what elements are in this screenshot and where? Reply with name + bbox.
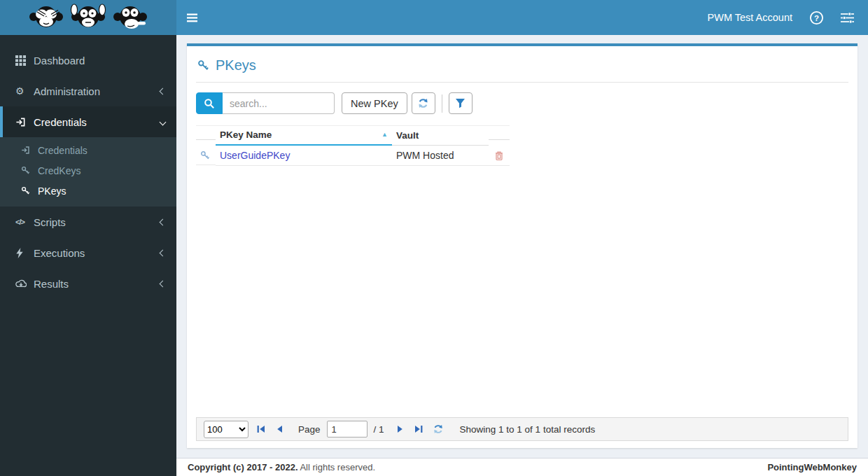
sidebar-subitem-credentials[interactable]: Credentials xyxy=(0,140,176,160)
chevron-left-icon xyxy=(160,249,167,256)
sidebar-item-credentials[interactable]: Credentials xyxy=(0,106,176,137)
refresh-icon xyxy=(417,97,429,109)
gears-icon: ⚙ xyxy=(15,86,34,96)
toolbar-divider xyxy=(442,94,442,113)
column-header-pkey-name[interactable]: PKey Name ▲ xyxy=(216,126,392,146)
chevron-left-icon xyxy=(160,280,167,287)
account-menu[interactable]: PWM Test Account xyxy=(708,12,792,23)
chevron-down-icon xyxy=(160,118,167,125)
code-icon: </> xyxy=(15,218,34,226)
sidebar-item-label: Results xyxy=(34,278,69,290)
copyright-years: Copyright (c) 2017 - 2022. xyxy=(188,462,298,472)
sidebar-item-label: Scripts xyxy=(34,216,66,228)
sidebar-item-label: Administration xyxy=(34,85,100,97)
records-summary: Showing 1 to 1 of 1 total records xyxy=(460,424,596,435)
navbar: PWM Test Account ? xyxy=(176,0,868,35)
first-page-button[interactable] xyxy=(255,424,267,434)
sidebar-subitem-label: PKeys xyxy=(38,186,66,197)
first-page-icon xyxy=(256,424,266,434)
sign-in-icon xyxy=(21,146,38,155)
sidebar-item-dashboard[interactable]: Dashboard xyxy=(0,45,176,76)
page-number-input[interactable] xyxy=(327,421,368,438)
sidebar-subitem-label: CredKeys xyxy=(38,165,80,176)
question-circle-icon: ? xyxy=(809,10,824,25)
sidebar-item-scripts[interactable]: </> Scripts xyxy=(0,206,176,237)
reload-grid-button[interactable] xyxy=(431,424,445,435)
table-row: UserGuidePKey PWM Hosted xyxy=(196,146,510,166)
trash-icon xyxy=(494,150,504,161)
previous-page-button[interactable] xyxy=(274,424,286,434)
settings-button[interactable] xyxy=(841,12,854,24)
last-page-icon xyxy=(414,424,424,434)
sign-in-icon xyxy=(15,117,34,127)
refresh-button[interactable] xyxy=(412,92,435,114)
search-button[interactable] xyxy=(196,92,223,114)
pkey-name-link[interactable]: UserGuidePKey xyxy=(216,146,392,166)
sidebar-subitem-label: Credentials xyxy=(38,145,88,156)
new-pkey-button[interactable]: New PKey xyxy=(342,92,407,114)
credentials-submenu: Credentials CredKeys PKeys xyxy=(0,137,176,206)
key-icon xyxy=(197,59,209,71)
page-title: PKeys xyxy=(196,55,848,74)
content-area: PKeys New PKey xyxy=(176,35,868,458)
table-empty-space xyxy=(196,166,848,417)
chevron-left-icon xyxy=(160,218,167,225)
next-page-icon xyxy=(395,424,405,434)
page-footer: Copyright (c) 2017 - 2022. All rights re… xyxy=(176,458,868,476)
cloud-download-icon xyxy=(15,279,34,288)
sidebar-item-administration[interactable]: ⚙ Administration xyxy=(0,76,176,106)
top-header: PWM Test Account ? xyxy=(0,0,868,35)
sidebar-item-results[interactable]: Results xyxy=(0,268,176,299)
search-icon xyxy=(204,98,215,109)
key-icon xyxy=(21,166,38,175)
page-label: Page xyxy=(298,424,321,435)
sidebar: Dashboard ⚙ Administration Credentials C… xyxy=(0,35,176,476)
sort-asc-icon: ▲ xyxy=(382,132,388,138)
page-size-select[interactable]: 100 xyxy=(204,421,248,438)
key-icon xyxy=(21,186,38,195)
filter-icon xyxy=(455,98,465,108)
vault-cell: PWM Hosted xyxy=(392,146,489,166)
delete-row-button[interactable] xyxy=(489,146,510,166)
brand-name: PointingWebMonkey xyxy=(767,462,857,472)
grid-icon xyxy=(15,55,34,66)
last-page-button[interactable] xyxy=(412,424,425,434)
sidebar-subitem-credkeys[interactable]: CredKeys xyxy=(0,160,176,181)
column-header-vault[interactable]: Vault xyxy=(392,127,489,146)
refresh-icon xyxy=(433,424,444,435)
copyright-rights: All rights reserved. xyxy=(300,462,375,472)
app-logo[interactable] xyxy=(0,0,176,35)
page-title-text: PKeys xyxy=(216,57,256,74)
sidebar-item-label: Executions xyxy=(34,247,85,259)
search-input[interactable] xyxy=(223,92,335,114)
bolt-icon xyxy=(15,248,34,258)
sidebar-item-label: Dashboard xyxy=(34,55,85,66)
sidebar-item-label: Credentials xyxy=(34,116,87,128)
chevron-left-icon xyxy=(160,88,167,94)
pkeys-panel: PKeys New PKey xyxy=(187,43,858,448)
help-button[interactable]: ? xyxy=(809,10,824,25)
hamburger-icon xyxy=(187,13,197,22)
sidebar-item-executions[interactable]: Executions xyxy=(0,237,176,268)
table-header-row: PKey Name ▲ Vault xyxy=(196,125,510,146)
previous-page-icon xyxy=(275,424,285,434)
total-pages-label: / 1 xyxy=(374,424,384,435)
sliders-icon xyxy=(841,12,854,24)
sidebar-subitem-pkeys[interactable]: PKeys xyxy=(0,181,176,201)
sidebar-toggle-button[interactable] xyxy=(176,0,208,35)
filter-button[interactable] xyxy=(449,92,472,114)
three-monkeys-logo-icon xyxy=(27,3,150,32)
svg-text:?: ? xyxy=(814,13,819,22)
pagination-bar: 100 Page / 1 xyxy=(196,417,848,441)
actions-column-header xyxy=(489,132,510,140)
icon-column-header xyxy=(196,132,216,140)
title-divider xyxy=(196,82,848,83)
pkeys-table: PKey Name ▲ Vault UserGuidePKey PWM Host… xyxy=(196,125,510,166)
toolbar: New PKey xyxy=(196,92,848,114)
copyright-text: Copyright (c) 2017 - 2022. All rights re… xyxy=(188,462,375,472)
key-icon xyxy=(196,146,216,165)
next-page-button[interactable] xyxy=(393,424,406,434)
